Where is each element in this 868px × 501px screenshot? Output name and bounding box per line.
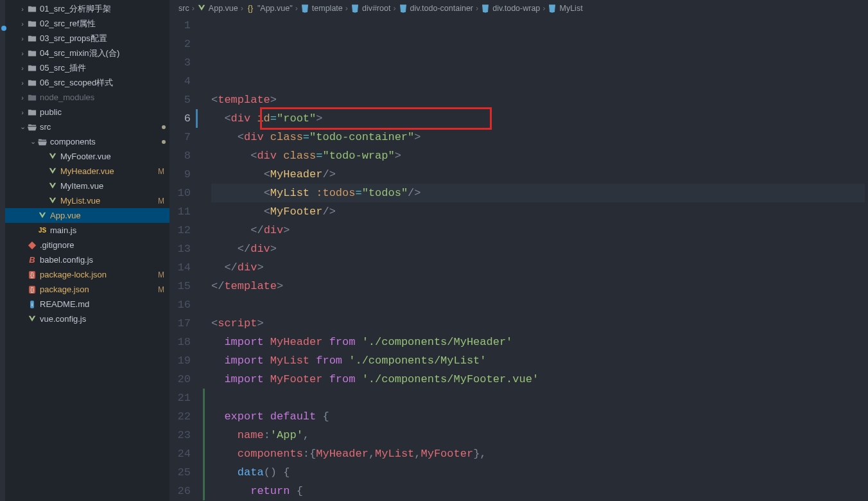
explorer-item-02srcref[interactable]: ›02_src_ref属性 [5,16,169,31]
code-line[interactable]: export default { [211,407,865,426]
line-number: 17 [169,314,191,333]
breadcrumb-item[interactable]: MyList [548,4,582,13]
explorer-item-03srcprops[interactable]: ›03_src_props配置 [5,31,169,46]
breadcrumb-item[interactable]: {}"App.vue" [246,4,293,13]
code-line[interactable]: data() { [211,463,865,482]
file-label: package.json [40,285,158,294]
code-line[interactable]: import MyList from './components/MyList' [211,351,865,370]
code-line[interactable]: <MyFooter/> [211,202,865,221]
breadcrumb-item[interactable]: App.vue [197,4,238,13]
json-file-icon: {} [27,271,37,279]
breadcrumb-label: div#root [362,4,390,13]
folder-icon [27,78,37,87]
code-line[interactable]: <script> [211,314,865,333]
explorer-item-components[interactable]: ⌄components [5,134,169,149]
js-file-icon: JS [37,227,48,234]
modified-dot-icon [162,140,166,144]
explorer-item-src[interactable]: ⌄src [5,119,169,134]
file-label: public [40,107,169,117]
breadcrumb-separator-icon: › [192,4,195,13]
vue-file-icon [48,182,58,191]
code-line[interactable]: <div class="todo-wrap"> [211,146,865,165]
explorer-item-packagelockjson[interactable]: {}package-lock.jsonM [5,267,169,282]
breadcrumb-item[interactable]: template [300,4,343,13]
breadcrumb-label: MyList [559,4,582,13]
code-line[interactable]: <div class="todo-container"> [211,128,865,146]
code-line[interactable]: return { [211,482,865,500]
file-label: MyList.vue [60,196,158,206]
explorer-item-mainjs[interactable]: JSmain.js [5,223,169,238]
line-number: 15 [169,277,191,295]
code-line[interactable]: <template> [211,91,865,109]
explorer-item-public[interactable]: ›public [5,105,169,119]
element-icon [548,4,557,13]
code-line[interactable]: <MyList :todos="todos"/> [211,184,865,202]
code-line[interactable] [211,389,865,407]
breadcrumb-separator-icon: › [476,4,478,13]
chevron-icon: › [18,109,27,116]
minimap[interactable] [865,16,868,501]
line-number: 7 [169,128,191,146]
code-line[interactable]: import MyHeader from './components/MyHea… [211,333,865,351]
explorer-item-mylistvue[interactable]: MyList.vueM [5,193,169,208]
json-file-icon: {} [27,286,37,294]
folder-icon [27,4,37,13]
code-line[interactable]: </template> [211,277,865,295]
folder-icon [27,49,37,58]
file-label: 02_src_ref属性 [40,18,169,30]
breadcrumb-item[interactable]: div.todo-container [399,4,473,13]
explorer-item-06srcscoped[interactable]: ›06_src_scoped样式 [5,75,169,90]
code-editor[interactable]: 1234567891011121314151617181920212223242… [169,16,868,501]
explorer-item-01src[interactable]: ›01_src_分析脚手架 [5,1,169,16]
code-line[interactable]: components:{MyHeader,MyList,MyFooter}, [211,444,865,463]
explorer-item-readmemd[interactable]: iREADME.md [5,297,169,312]
breadcrumb-item[interactable]: src [178,4,189,13]
file-label: 05_src_插件 [40,62,169,74]
code-line[interactable]: <MyHeader/> [211,165,865,184]
code-line[interactable]: <div id="root"> [211,109,865,128]
file-label: 04_src_mixin混入(合) [40,48,169,59]
explorer-item-05src[interactable]: ›05_src_插件 [5,60,169,75]
line-number: 25 [169,463,191,482]
line-number: 26 [169,482,191,500]
chevron-icon: › [18,64,27,72]
object-icon: {} [246,4,255,13]
code-line[interactable] [211,295,865,314]
code-line[interactable]: name:'App', [211,426,865,444]
chevron-icon: › [18,20,27,28]
vue-file-icon [197,4,206,13]
code-line[interactable]: import MyFooter from './components/MyFoo… [211,370,865,389]
explorer-item-myfootervue[interactable]: MyFooter.vue [5,149,169,164]
explorer-item-gitignore[interactable]: .gitignore [5,238,169,252]
line-number: 20 [169,370,191,389]
vue-file-icon [48,197,58,206]
file-label: babel.config.js [40,255,169,265]
file-explorer[interactable]: ›01_src_分析脚手架›02_src_ref属性›03_src_props配… [5,0,169,501]
breadcrumb[interactable]: src›App.vue›{}"App.vue"›template›div#roo… [169,0,868,16]
file-label: node_modules [40,92,169,102]
code-content[interactable]: <template> <div id="root"> <div class="t… [205,16,865,501]
breadcrumb-separator-icon: › [542,4,545,13]
breadcrumb-item[interactable]: div.todo-wrap [481,4,540,13]
breadcrumb-separator-icon: › [393,4,395,13]
file-label: App.vue [50,211,169,220]
explorer-item-nodemodules[interactable]: ›node_modules [5,90,169,105]
explorer-item-04srcmixin[interactable]: ›04_src_mixin混入(合) [5,46,169,60]
explorer-item-myitemvue[interactable]: MyItem.vue [5,179,169,193]
file-label: MyFooter.vue [60,152,169,161]
explorer-item-vueconfigjs[interactable]: vue.config.js [5,312,169,326]
modified-dot-icon [162,125,166,129]
line-number: 24 [169,444,191,463]
folder-icon [27,19,37,28]
code-line[interactable]: </div> [211,258,865,277]
explorer-item-appvue[interactable]: App.vue [5,208,169,223]
breadcrumb-item[interactable]: div#root [351,4,390,13]
file-label: src [40,122,162,132]
breadcrumb-label: "App.vue" [257,4,293,13]
explorer-item-myheadervue[interactable]: MyHeader.vueM [5,164,169,179]
code-line[interactable]: </div> [211,240,865,258]
explorer-item-babelconfigjs[interactable]: Bbabel.config.js [5,252,169,267]
explorer-item-packagejson[interactable]: {}package.jsonM [5,282,169,297]
breadcrumb-label: App.vue [209,4,238,13]
code-line[interactable]: </div> [211,221,865,240]
